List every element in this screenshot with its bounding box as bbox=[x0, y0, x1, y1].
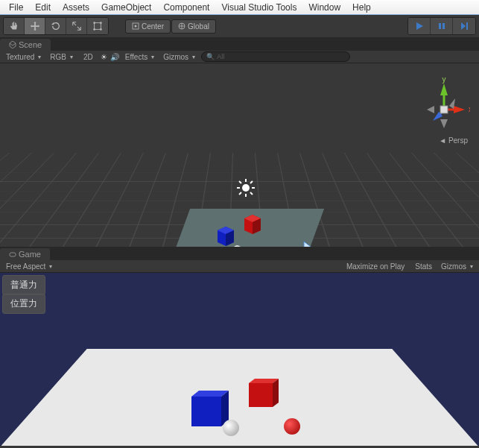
force-button-1[interactable]: 普通力 bbox=[2, 275, 45, 295]
game-gizmos-dropdown[interactable]: Gizmos bbox=[438, 262, 476, 271]
scale-tool[interactable] bbox=[66, 18, 87, 34]
menu-gameobject[interactable]: GameObject bbox=[95, 2, 157, 13]
svg-rect-8 bbox=[439, 23, 441, 29]
game-floor bbox=[1, 349, 478, 446]
svg-point-2 bbox=[100, 22, 102, 24]
render-mode[interactable]: RGB bbox=[47, 53, 76, 61]
light-icon[interactable]: ☀ bbox=[101, 53, 107, 61]
svg-line-19 bbox=[239, 192, 241, 195]
game-tab-bar: Game bbox=[0, 247, 479, 260]
svg-rect-0 bbox=[95, 23, 101, 30]
menu-bar: File Edit Assets GameObject Component Vi… bbox=[0, 0, 479, 15]
pivot-mode[interactable]: Center bbox=[125, 19, 171, 34]
scene-icon bbox=[9, 41, 16, 48]
game-white-sphere bbox=[223, 420, 239, 436]
move-tool[interactable] bbox=[25, 18, 45, 34]
rotation-mode[interactable]: Global bbox=[171, 19, 216, 34]
tab-game[interactable]: Game bbox=[0, 248, 50, 260]
menu-assets[interactable]: Assets bbox=[57, 2, 95, 13]
menu-window[interactable]: Window bbox=[302, 2, 346, 13]
red-cube-object bbox=[241, 212, 264, 235]
main-toolbar: Center Global bbox=[0, 15, 479, 37]
menu-component[interactable]: Component bbox=[157, 2, 215, 13]
svg-text:y: y bbox=[442, 75, 446, 83]
cursor-icon bbox=[303, 241, 315, 247]
gizmos-dropdown[interactable]: Gizmos bbox=[160, 53, 198, 61]
pause-button[interactable] bbox=[431, 18, 453, 34]
projection-label[interactable]: Persp bbox=[439, 136, 468, 145]
shading-mode[interactable]: Textured bbox=[3, 53, 44, 61]
game-icon bbox=[9, 250, 16, 258]
rect-tool[interactable] bbox=[87, 18, 108, 34]
scene-search[interactable]: 🔍All bbox=[201, 51, 350, 62]
effects-dropdown[interactable]: Effects bbox=[122, 53, 157, 61]
scene-toolbar: Textured RGB 2D ☀ 🔊 Effects Gizmos 🔍All bbox=[0, 51, 479, 63]
svg-line-18 bbox=[250, 181, 253, 183]
svg-point-5 bbox=[135, 25, 137, 28]
blue-cube-object bbox=[215, 224, 237, 247]
aspect-dropdown[interactable]: Free Aspect bbox=[3, 262, 55, 271]
tab-scene[interactable]: Scene bbox=[0, 39, 51, 51]
svg-line-16 bbox=[239, 181, 241, 183]
svg-point-1 bbox=[93, 22, 95, 24]
game-red-sphere bbox=[284, 418, 300, 435]
menu-edit[interactable]: Edit bbox=[29, 2, 57, 13]
svg-rect-31 bbox=[249, 383, 273, 407]
svg-point-11 bbox=[242, 184, 250, 192]
game-red-cube bbox=[246, 377, 279, 410]
play-button[interactable] bbox=[408, 18, 431, 34]
transform-tools bbox=[3, 17, 109, 35]
force-button-2[interactable]: 位置力 bbox=[2, 294, 45, 314]
svg-line-17 bbox=[250, 192, 253, 195]
svg-rect-30 bbox=[191, 397, 221, 426]
play-controls bbox=[407, 17, 476, 35]
scene-tab-bar: Scene bbox=[0, 37, 479, 51]
menu-help[interactable]: Help bbox=[346, 2, 377, 13]
game-toolbar: Free Aspect Maximize on Play Stats Gizmo… bbox=[0, 260, 479, 273]
svg-rect-29 bbox=[10, 253, 16, 256]
rotate-tool[interactable] bbox=[45, 18, 66, 34]
menu-vstools[interactable]: Visual Studio Tools bbox=[215, 2, 302, 13]
maximize-toggle[interactable]: Maximize on Play bbox=[342, 262, 409, 271]
2d-toggle[interactable]: 2D bbox=[79, 53, 98, 61]
orientation-gizmo[interactable]: y x bbox=[418, 75, 470, 142]
scene-viewport[interactable]: y x Persp bbox=[0, 63, 479, 247]
svg-point-4 bbox=[100, 28, 102, 31]
svg-rect-10 bbox=[466, 22, 468, 30]
step-button[interactable] bbox=[453, 18, 475, 34]
svg-rect-28 bbox=[440, 106, 448, 113]
svg-text:x: x bbox=[469, 105, 470, 113]
svg-point-3 bbox=[93, 28, 95, 31]
svg-rect-9 bbox=[442, 23, 445, 29]
menu-file[interactable]: File bbox=[3, 2, 29, 13]
stats-toggle[interactable]: Stats bbox=[410, 262, 437, 271]
hand-tool[interactable] bbox=[4, 18, 25, 34]
game-viewport[interactable]: 普通力 位置力 bbox=[0, 273, 479, 446]
light-gizmo-icon bbox=[237, 179, 255, 197]
audio-icon[interactable]: 🔊 bbox=[110, 53, 119, 61]
